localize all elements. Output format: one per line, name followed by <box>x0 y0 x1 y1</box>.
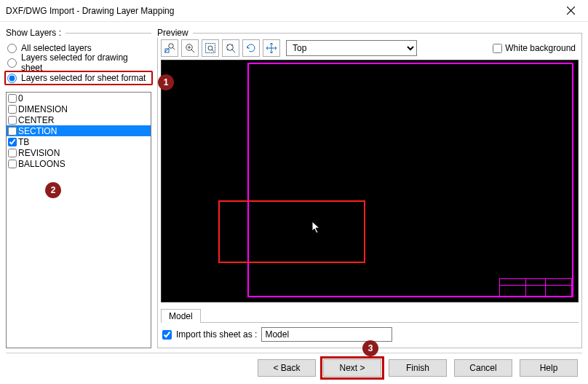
white-background-checkbox[interactable] <box>493 44 502 53</box>
layer-item[interactable]: CENTER <box>7 114 151 125</box>
layer-label: SECTION <box>18 126 57 136</box>
divider <box>6 353 582 353</box>
drawing-selection-rect <box>218 200 365 263</box>
window-title: DXF/DWG Import - Drawing Layer Mapping <box>6 6 555 16</box>
layers-list[interactable]: 0DIMENSIONCENTERSECTIONTBREVISIONBALLOON… <box>6 92 151 348</box>
rotate-icon <box>245 42 257 54</box>
back-button[interactable]: < Back <box>258 359 316 377</box>
close-icon <box>567 7 575 15</box>
callout-3: 3 <box>362 340 378 356</box>
zoom-fit-icon <box>225 42 237 54</box>
close-button[interactable] <box>555 1 587 21</box>
cancel-button[interactable]: Cancel <box>454 359 512 377</box>
pan-icon <box>266 42 277 54</box>
radio-drawing-sheet-input[interactable] <box>7 58 17 68</box>
show-layers-label: Show Layers : <box>6 28 65 38</box>
radio-drawing-sheet[interactable]: Layers selected for drawing sheet <box>6 55 151 70</box>
radio-sheet-format-input[interactable] <box>7 74 17 83</box>
layer-checkbox[interactable] <box>8 127 17 136</box>
layer-item[interactable]: REVISION <box>7 147 151 158</box>
zoom-area-icon <box>204 42 216 54</box>
view-select[interactable]: Top <box>286 40 417 56</box>
pan-button[interactable] <box>263 39 280 57</box>
help-button[interactable]: Help <box>520 359 578 377</box>
import-sheet-field[interactable] <box>261 327 392 342</box>
layer-label: 0 <box>18 93 23 103</box>
callout-1: 1 <box>158 74 174 90</box>
tab-model[interactable]: Model <box>161 309 201 323</box>
sheet-tabs: Model <box>161 307 579 323</box>
layer-item[interactable]: 0 <box>7 93 151 103</box>
preview-toolbar: Top White background <box>161 39 579 57</box>
cursor-icon <box>311 221 322 236</box>
layer-label: TB <box>18 137 29 147</box>
layer-label: CENTER <box>18 115 54 125</box>
zoom-selection-button[interactable] <box>161 39 178 57</box>
layer-item[interactable]: BALLOONS <box>7 158 151 169</box>
next-button[interactable]: Next > <box>323 359 381 377</box>
import-sheet-checkbox[interactable] <box>162 330 172 340</box>
radio-sheet-format[interactable]: Layers selected for sheet format <box>4 71 153 85</box>
preview-canvas[interactable] <box>161 60 579 302</box>
svg-line-12 <box>212 50 214 52</box>
drawing-titleblock <box>499 278 572 297</box>
radio-label: Layers selected for sheet format <box>21 73 146 83</box>
layer-checkbox[interactable] <box>8 138 17 146</box>
layer-checkbox[interactable] <box>8 94 17 103</box>
layer-checkbox[interactable] <box>8 116 17 125</box>
layer-item[interactable]: DIMENSION <box>7 103 151 114</box>
radio-label: All selected layers <box>21 43 92 53</box>
radio-all-selected-input[interactable] <box>7 44 17 53</box>
layer-checkbox[interactable] <box>8 105 17 114</box>
preview-label: Preview <box>157 28 193 38</box>
white-background-toggle[interactable]: White background <box>493 43 579 53</box>
svg-line-5 <box>172 47 175 50</box>
white-background-label: White background <box>505 43 576 53</box>
zoom-area-button[interactable] <box>202 39 219 57</box>
zoom-selection-icon <box>164 42 175 54</box>
zoom-fit-button[interactable] <box>222 39 239 57</box>
radio-label: Layers selected for drawing sheet <box>21 52 151 73</box>
zoom-in-button[interactable] <box>181 39 199 57</box>
svg-line-7 <box>191 50 194 52</box>
layer-item[interactable]: TB <box>7 136 151 147</box>
callout-2: 2 <box>45 182 61 198</box>
layer-label: BALLOONS <box>18 159 65 169</box>
svg-rect-2 <box>165 49 169 52</box>
layer-item[interactable]: SECTION <box>7 125 151 136</box>
layer-checkbox[interactable] <box>8 160 17 168</box>
layer-label: REVISION <box>18 148 60 158</box>
wizard-buttons: < Back Next > Finish Cancel Help <box>0 359 588 384</box>
finish-button[interactable]: Finish <box>389 359 447 377</box>
import-sheet-label: Import this sheet as : <box>176 329 257 340</box>
layer-label: DIMENSION <box>18 104 68 114</box>
rotate-button[interactable] <box>242 39 260 57</box>
zoom-in-icon <box>184 42 196 54</box>
layer-checkbox[interactable] <box>8 149 17 157</box>
